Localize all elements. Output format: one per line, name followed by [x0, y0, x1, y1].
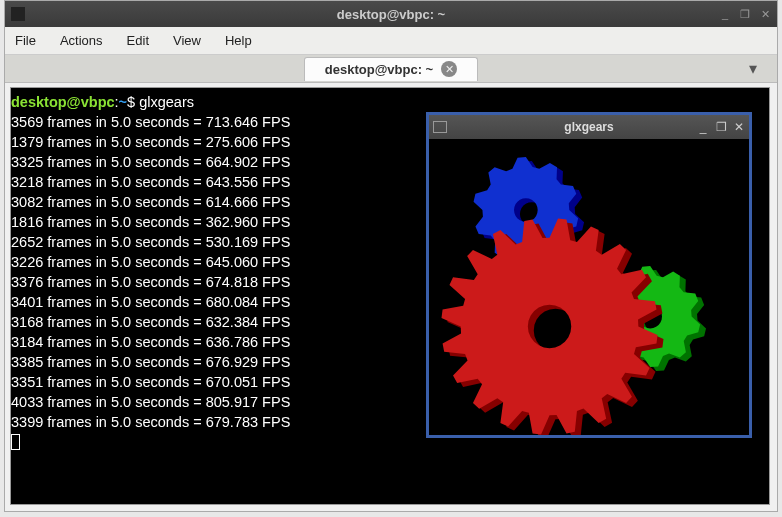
menu-actions[interactable]: Actions — [60, 33, 103, 48]
glxgears-canvas — [429, 139, 749, 435]
prompt-path: ~ — [119, 94, 127, 110]
tab-terminal[interactable]: desktop@vbpc: ~ ✕ — [304, 57, 478, 81]
glxgears-window-icon — [433, 121, 447, 133]
tab-bar: desktop@vbpc: ~ ✕ ▾ — [5, 55, 777, 83]
minimize-icon[interactable]: _ — [697, 121, 709, 133]
tab-close-icon[interactable]: ✕ — [441, 61, 457, 77]
prompt-command: glxgears — [139, 94, 194, 110]
window-titlebar[interactable]: desktop@vbpc: ~ _ ❐ ✕ — [5, 1, 777, 27]
prompt-user: desktop@vbpc — [11, 94, 115, 110]
close-icon[interactable]: ✕ — [733, 121, 745, 133]
menu-help[interactable]: Help — [225, 33, 252, 48]
window-title: desktop@vbpc: ~ — [337, 7, 445, 22]
maximize-icon[interactable]: ❐ — [739, 8, 751, 20]
glxgears-window[interactable]: glxgears _ ❐ ✕ — [426, 112, 752, 438]
menubar: File Actions Edit View Help — [5, 27, 777, 55]
maximize-icon[interactable]: ❐ — [715, 121, 727, 133]
minimize-icon[interactable]: _ — [719, 8, 731, 20]
cursor — [11, 434, 20, 450]
glxgears-titlebar[interactable]: glxgears _ ❐ ✕ — [429, 115, 749, 139]
tab-add-icon[interactable]: ▾ — [749, 59, 757, 78]
menu-edit[interactable]: Edit — [127, 33, 149, 48]
tab-label: desktop@vbpc: ~ — [325, 62, 433, 77]
menu-file[interactable]: File — [15, 33, 36, 48]
window-icon — [11, 7, 25, 21]
menu-view[interactable]: View — [173, 33, 201, 48]
glxgears-title: glxgears — [564, 120, 613, 134]
close-icon[interactable]: ✕ — [759, 8, 771, 20]
prompt-line: desktop@vbpc:~$ glxgears — [11, 92, 769, 112]
red-gear-icon — [441, 218, 657, 434]
